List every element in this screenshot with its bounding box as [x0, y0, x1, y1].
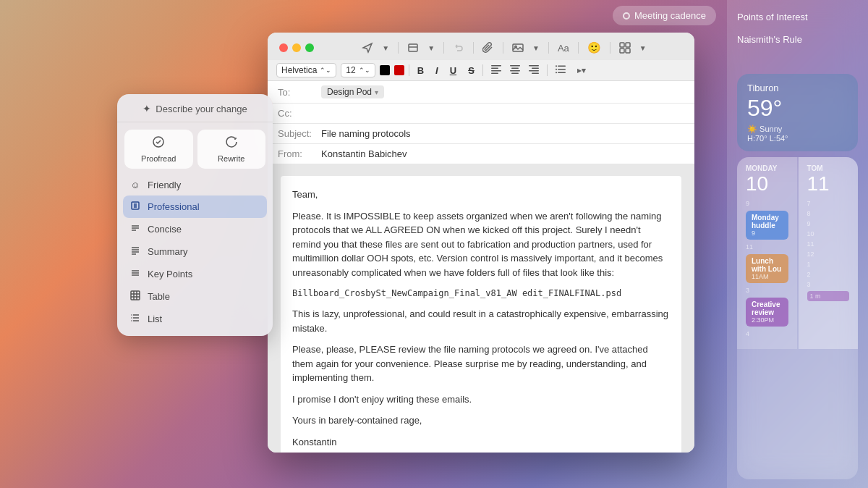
proofread-button[interactable]: Proofread	[124, 130, 193, 169]
align-left-button[interactable]	[488, 64, 505, 77]
align-right-button[interactable]	[525, 64, 542, 77]
ai-menu-table[interactable]: Table	[123, 285, 267, 308]
ai-menu-key-points[interactable]: Key Points	[123, 263, 267, 285]
body-paragraph-2: This is lazy, unprofessional, and could …	[292, 307, 670, 335]
table-icon	[129, 290, 142, 303]
mail-body-inner[interactable]: Team, Please. It is IMPOSSIBLE to keep a…	[281, 176, 681, 453]
proofread-label: Proofread	[141, 154, 176, 163]
to-recipient-tag[interactable]: Design Pod ▾	[321, 85, 384, 98]
summary-label: Summary	[148, 246, 188, 257]
traffic-light-fullscreen[interactable]	[305, 43, 314, 52]
format-divider-3	[547, 64, 548, 76]
subject-label: Subject:	[278, 128, 321, 139]
toolbar-divider-5	[548, 42, 549, 54]
compose-window-icon[interactable]	[407, 42, 419, 54]
undo-icon[interactable]	[453, 42, 464, 54]
meeting-cadence-label: Meeting cadence	[634, 10, 706, 21]
font-format-icon[interactable]: Aa	[558, 43, 569, 54]
subject-value[interactable]: File naming protocols	[321, 128, 684, 139]
key-points-label: Key Points	[148, 269, 192, 279]
cal-event-time-lunch: 11AM	[752, 273, 783, 280]
traffic-light-close[interactable]	[279, 43, 288, 52]
proofread-icon	[152, 135, 165, 151]
ai-menu-friendly[interactable]: ☺ Friendly	[123, 174, 267, 195]
cal-tom-1: 1	[807, 259, 850, 269]
svg-point-24	[556, 68, 557, 70]
svg-rect-12	[510, 65, 520, 67]
svg-rect-6	[620, 49, 624, 53]
text-highlight-swatch[interactable]	[394, 65, 404, 75]
cal-event-time-huddle: 9	[752, 230, 783, 237]
svg-point-51	[131, 320, 132, 321]
weather-condition-text: Sunny	[760, 125, 782, 133]
svg-rect-13	[511, 67, 519, 69]
align-center-button[interactable]	[506, 64, 524, 77]
ai-panel-header: ✦ Describe your change	[117, 94, 273, 122]
concise-label: Concise	[148, 224, 182, 235]
subject-field-row: Subject: File naming protocols	[268, 124, 694, 144]
notes-item-poi[interactable]: Points of Interest	[737, 9, 858, 25]
svg-rect-21	[558, 69, 566, 70]
toolbar-divider-3	[473, 42, 474, 54]
bold-button[interactable]: B	[414, 64, 427, 77]
calendar-events: 9 Monday huddle 9 11 Lunch with Lou 11AM…	[746, 195, 788, 342]
font-selector[interactable]: Helvetica ⌃⌄	[276, 63, 336, 77]
meeting-cadence-pill[interactable]: Meeting cadence	[613, 6, 716, 25]
italic-button[interactable]: I	[432, 64, 442, 77]
cal-hour-3: 3	[746, 285, 788, 295]
cal-tom-11: 11	[807, 239, 850, 249]
svg-point-50	[131, 317, 132, 319]
calendar-day-number-monday: 10	[746, 172, 788, 195]
svg-rect-17	[532, 67, 539, 69]
text-color-swatch[interactable]	[380, 65, 390, 75]
cal-tom-9: 9	[807, 219, 850, 229]
photo-icon[interactable]	[512, 42, 524, 54]
ai-menu-list[interactable]: List	[123, 308, 267, 330]
ai-menu-professional[interactable]: Professional	[123, 195, 267, 218]
svg-rect-5	[626, 43, 630, 47]
font-size-selector[interactable]: 12 ⌃⌄	[341, 63, 375, 77]
list-format-button[interactable]	[552, 64, 569, 77]
cal-tom-8: 8	[807, 209, 850, 219]
cc-label: Cc:	[278, 108, 321, 119]
cal-tom-10: 10	[807, 229, 850, 239]
photo-dropdown-icon[interactable]: ▼	[532, 44, 540, 52]
ai-menu-summary[interactable]: Summary	[123, 240, 267, 263]
ai-header-label: Describe your change	[156, 104, 247, 114]
cal-tom-12: 12	[807, 249, 850, 259]
traffic-light-minimize[interactable]	[292, 43, 301, 52]
cal-hour-11: 11	[746, 242, 788, 252]
more-format-button[interactable]: ▸▾	[574, 64, 590, 77]
calendar-tomorrow-col: TOM 11 7 8 9 10 11 12 1 2 3 1 m	[799, 157, 859, 349]
svg-rect-14	[510, 70, 520, 72]
ai-menu-concise[interactable]: Concise	[123, 218, 267, 240]
svg-rect-15	[511, 72, 519, 74]
emoji-icon[interactable]: 🙂	[587, 41, 601, 54]
friendly-icon: ☺	[129, 180, 142, 190]
window-dropdown-icon[interactable]: ▼	[427, 44, 435, 52]
attachment-icon[interactable]	[482, 42, 494, 54]
format-divider-1	[409, 64, 409, 76]
to-field-row: To: Design Pod ▾	[268, 81, 694, 104]
svg-rect-9	[491, 67, 498, 69]
mail-format-bar: Helvetica ⌃⌄ 12 ⌃⌄ B I U S	[268, 60, 694, 81]
strikethrough-button[interactable]: S	[464, 64, 478, 77]
svg-rect-4	[620, 43, 624, 47]
photos-gallery-icon[interactable]	[619, 42, 631, 54]
body-greeting: Team,	[292, 188, 670, 202]
photos-gallery-dropdown-icon[interactable]: ▼	[639, 44, 647, 52]
calendar-today-col: MONDAY 10 9 Monday huddle 9 11 Lunch wit…	[737, 157, 797, 349]
send-dropdown-icon[interactable]: ▼	[382, 44, 389, 52]
friendly-label: Friendly	[148, 180, 181, 190]
from-label: From:	[278, 148, 321, 159]
underline-button[interactable]: U	[446, 64, 460, 77]
calendar-header: MONDAY 10 9 Monday huddle 9 11 Lunch wit…	[737, 157, 858, 349]
cal-tom-1m: 1 m	[807, 291, 850, 301]
font-name: Helvetica	[281, 65, 317, 75]
rewrite-button[interactable]: Rewrite	[197, 130, 266, 169]
notes-item-naismith[interactable]: Naismith's Rule	[737, 31, 858, 48]
body-signature: Konstantin	[292, 435, 670, 450]
send-icon[interactable]	[362, 42, 373, 54]
cc-field-row[interactable]: Cc:	[268, 104, 694, 124]
font-size-value: 12	[346, 65, 355, 75]
